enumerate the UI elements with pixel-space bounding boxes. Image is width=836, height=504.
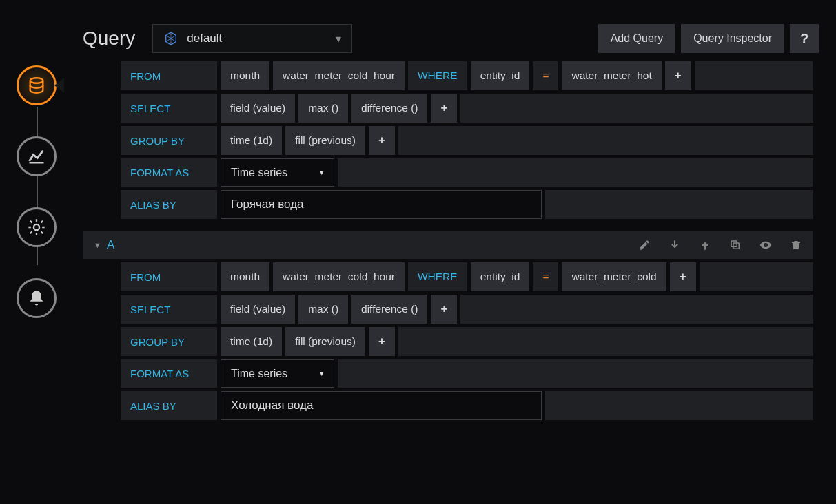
- add-query-button[interactable]: Add Query: [598, 24, 675, 53]
- query-inspector-button[interactable]: Query Inspector: [681, 24, 784, 53]
- select-row: SELECT field (value) max () difference (…: [121, 94, 813, 123]
- svg-rect-3: [731, 241, 737, 246]
- left-sidebar: [0, 0, 72, 504]
- sidebar-item-visualization[interactable]: [17, 136, 57, 176]
- alias-row: ALIAS BY: [121, 190, 813, 219]
- where-add-button[interactable]: +: [665, 61, 691, 90]
- datasource-select[interactable]: default ▾: [152, 24, 352, 53]
- edit-query-button[interactable]: [638, 239, 651, 251]
- groupby-label: GROUP BY: [121, 327, 217, 356]
- select-add-button[interactable]: +: [431, 94, 457, 123]
- svg-point-1: [33, 224, 39, 230]
- toggle-visibility-button[interactable]: [759, 239, 772, 251]
- groupby-row: GROUP BY time (1d) fill (previous) +: [121, 126, 813, 155]
- move-down-button[interactable]: [669, 239, 681, 251]
- groupby-part[interactable]: fill (previous): [285, 126, 365, 155]
- row-filler: [545, 391, 813, 420]
- alias-input[interactable]: [221, 391, 542, 420]
- format-row: FORMAT AS Time series ▾: [121, 359, 813, 388]
- row-filler: [460, 295, 813, 324]
- where-value[interactable]: water_meter_cold: [562, 262, 666, 291]
- alias-label: ALIAS BY: [121, 391, 217, 420]
- sidebar-item-settings[interactable]: [17, 207, 57, 247]
- from-retention[interactable]: month: [221, 262, 269, 291]
- format-value: Time series: [231, 167, 287, 179]
- select-part[interactable]: difference (): [351, 94, 427, 123]
- format-label: FORMAT AS: [121, 158, 217, 187]
- groupby-add-button[interactable]: +: [369, 327, 395, 356]
- delete-query-button[interactable]: [790, 239, 802, 251]
- select-row: SELECT field (value) max () difference (…: [121, 295, 813, 324]
- format-label: FORMAT AS: [121, 359, 217, 388]
- select-label: SELECT: [121, 295, 217, 324]
- select-part[interactable]: difference (): [351, 295, 427, 324]
- where-add-button[interactable]: +: [670, 262, 696, 291]
- pencil-icon: [638, 239, 651, 251]
- chart-icon: [27, 147, 46, 166]
- duplicate-query-button[interactable]: [729, 239, 742, 251]
- query-list: FROM month water_meter_cold_hour WHERE e…: [83, 61, 819, 495]
- row-filler: [460, 94, 813, 123]
- format-value: Time series: [231, 368, 287, 380]
- select-part[interactable]: field (value): [221, 295, 295, 324]
- groupby-part[interactable]: time (1d): [221, 126, 282, 155]
- format-select[interactable]: Time series ▾: [221, 359, 334, 388]
- select-part[interactable]: max (): [298, 94, 348, 123]
- alias-label: ALIAS BY: [121, 190, 217, 219]
- from-retention[interactable]: month: [221, 61, 269, 90]
- from-label: FROM: [121, 61, 217, 90]
- arrow-up-icon: [699, 239, 711, 251]
- collapse-toggle[interactable]: ▼: [94, 241, 101, 249]
- row-filler: [398, 126, 813, 155]
- svg-rect-2: [733, 243, 739, 249]
- row-filler: [338, 158, 813, 187]
- row-filler: [700, 262, 813, 291]
- datasource-name: default: [187, 32, 336, 45]
- from-measurement[interactable]: water_meter_cold_hour: [273, 61, 405, 90]
- query-block: ▼ A: [83, 231, 813, 420]
- panel-title: Query: [83, 28, 135, 50]
- database-icon: [27, 76, 46, 95]
- where-operator[interactable]: =: [533, 61, 558, 90]
- row-filler: [338, 359, 813, 388]
- groupby-part[interactable]: fill (previous): [285, 327, 365, 356]
- groupby-label: GROUP BY: [121, 126, 217, 155]
- where-keyword: WHERE: [408, 61, 467, 90]
- eye-icon: [759, 239, 772, 251]
- svg-point-0: [30, 78, 43, 83]
- panel-header: Query default ▾ Add Query Query Inspecto…: [83, 24, 819, 53]
- row-filler: [545, 190, 813, 219]
- chevron-down-icon: ▾: [320, 168, 324, 177]
- select-label: SELECT: [121, 94, 217, 123]
- select-part[interactable]: max (): [298, 295, 348, 324]
- from-row: FROM month water_meter_cold_hour WHERE e…: [121, 262, 813, 291]
- groupby-add-button[interactable]: +: [369, 126, 395, 155]
- format-select[interactable]: Time series ▾: [221, 158, 334, 187]
- where-field[interactable]: entity_id: [471, 262, 530, 291]
- format-row: FORMAT AS Time series ▾: [121, 158, 813, 187]
- select-add-button[interactable]: +: [431, 295, 457, 324]
- sidebar-item-alert[interactable]: [17, 278, 57, 318]
- from-measurement[interactable]: water_meter_cold_hour: [273, 262, 405, 291]
- from-label: FROM: [121, 262, 217, 291]
- where-value[interactable]: water_meter_hot: [562, 61, 661, 90]
- gear-icon: [27, 218, 46, 237]
- groupby-row: GROUP BY time (1d) fill (previous) +: [121, 327, 813, 356]
- where-keyword: WHERE: [408, 262, 467, 291]
- groupby-part[interactable]: time (1d): [221, 327, 282, 356]
- row-filler: [695, 61, 813, 90]
- bell-icon: [27, 288, 46, 308]
- chevron-down-icon: ▾: [336, 32, 341, 45]
- row-filler: [398, 327, 813, 356]
- alias-input[interactable]: [221, 190, 542, 219]
- sidebar-item-datasource[interactable]: [17, 65, 57, 105]
- arrow-down-icon: [669, 239, 681, 251]
- where-field[interactable]: entity_id: [471, 61, 530, 90]
- select-part[interactable]: field (value): [221, 94, 295, 123]
- copy-icon: [729, 239, 742, 251]
- alias-row: ALIAS BY: [121, 391, 813, 420]
- move-up-button[interactable]: [699, 239, 711, 251]
- query-block: FROM month water_meter_cold_hour WHERE e…: [83, 61, 813, 219]
- where-operator[interactable]: =: [533, 262, 558, 291]
- help-button[interactable]: ?: [790, 24, 819, 53]
